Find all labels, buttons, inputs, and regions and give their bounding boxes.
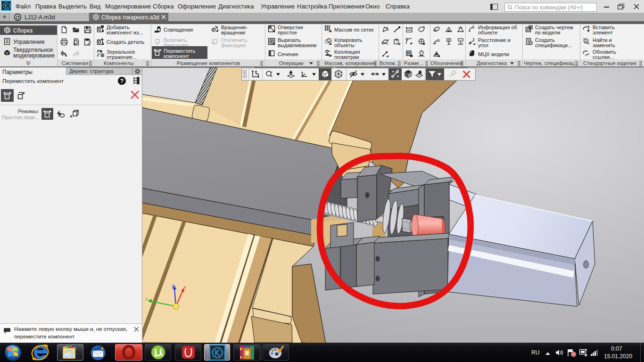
svg-text:Z: Z [172, 284, 174, 288]
svg-text:X: X [183, 285, 186, 290]
svg-text:A: A [585, 40, 587, 43]
svg-text:?: ? [472, 25, 474, 29]
svg-text:Y: Y [145, 297, 148, 302]
svg-text:?: ? [472, 38, 475, 41]
